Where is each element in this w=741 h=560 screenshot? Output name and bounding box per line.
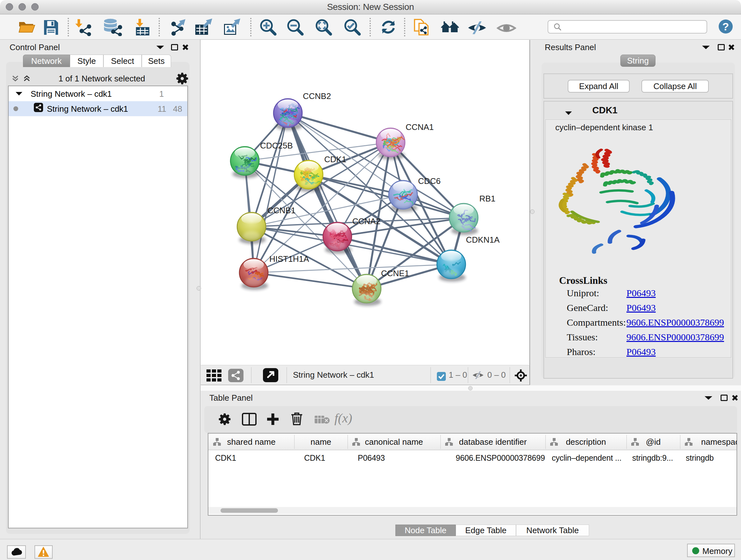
svg-text:RB1: RB1 — [479, 194, 495, 203]
svg-text:CCNA2: CCNA2 — [352, 216, 381, 226]
svg-text:CDK1: CDK1 — [324, 154, 346, 164]
svg-text:CCNB1: CCNB1 — [267, 206, 295, 215]
svg-text:CDKN1A: CDKN1A — [466, 235, 500, 245]
svg-text:CCNE1: CCNE1 — [381, 268, 409, 278]
svg-text:CCNB2: CCNB2 — [303, 91, 331, 101]
svg-text:CDC6: CDC6 — [418, 176, 441, 186]
svg-text:CCNA1: CCNA1 — [406, 122, 434, 132]
svg-text:CDC25B: CDC25B — [260, 141, 293, 150]
svg-text:HIST1H1A: HIST1H1A — [269, 254, 309, 264]
